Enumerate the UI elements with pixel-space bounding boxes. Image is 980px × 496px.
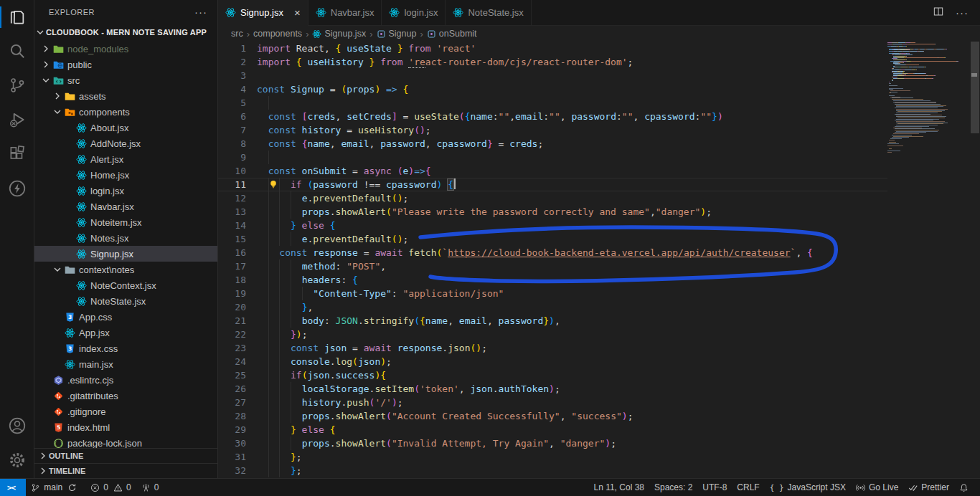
code-line-12[interactable]: 12 e.preventDefault(); xyxy=(218,191,887,205)
tree-item-.gitattributes[interactable]: .gitattributes xyxy=(34,388,217,404)
more-actions-icon[interactable]: ··· xyxy=(956,6,969,19)
status-item-cursor-position[interactable]: Ln 11, Col 38 xyxy=(588,479,649,496)
code-editor[interactable]: 1import React, { useState } from 'react'… xyxy=(218,42,887,478)
code-line-13[interactable]: 13 props.showAlert("Please write the pas… xyxy=(218,205,887,219)
activity-item-accounts[interactable] xyxy=(0,409,34,444)
tree-item-Noteitem.jsx[interactable]: Noteitem.jsx xyxy=(34,214,217,230)
tree-item-Signup.jsx[interactable]: Signup.jsx xyxy=(34,246,217,262)
code-line-14[interactable]: 14 } else { xyxy=(218,219,887,232)
code-line-16[interactable]: 16 const response = await fetch(`https:/… xyxy=(218,246,887,259)
scrollbar-decoration xyxy=(971,73,977,77)
tree-item-Alert.jsx[interactable]: Alert.jsx xyxy=(34,151,217,167)
code-line-21[interactable]: 21 body: JSON.stringify({name, email, pa… xyxy=(218,314,887,328)
code-line-2[interactable]: 2import { useHistory } from 'react-route… xyxy=(218,55,887,69)
tree-item-.gitignore[interactable]: .gitignore xyxy=(34,404,217,419)
status-item-indentation[interactable]: Spaces: 2 xyxy=(649,479,697,496)
activity-item-settings[interactable] xyxy=(0,444,34,478)
code-line-4[interactable]: 4const Signup = (props) => { xyxy=(218,82,887,96)
tree-item-login.jsx[interactable]: login.jsx xyxy=(34,183,217,199)
code-line-9[interactable]: 9 xyxy=(218,151,887,164)
activity-item-source-control[interactable] xyxy=(0,69,34,103)
tree-item-App.css[interactable]: 3App.css xyxy=(34,309,217,325)
activity-item-extensions[interactable] xyxy=(0,138,34,172)
code-line-29[interactable]: 29 } else { xyxy=(218,423,887,437)
tree-item-.eslintrc.cjs[interactable]: .eslintrc.cjs xyxy=(34,372,217,388)
tree-item-package-lock.json[interactable]: { }package-lock.json xyxy=(34,435,217,448)
tab-Signup.jsx[interactable]: Signup.jsx× xyxy=(218,0,308,25)
breadcrumb-item-Signup.jsx[interactable]: Signup.jsx xyxy=(312,29,366,39)
code-line-8[interactable]: 8 const {name, email, password, cpasswor… xyxy=(218,137,887,151)
tree-item-context-notes[interactable]: context\notes xyxy=(34,262,217,277)
tree-item-About.jsx[interactable]: About.jsx xyxy=(34,120,217,135)
code-line-11[interactable]: 11 if (password !== cpassword) { xyxy=(218,178,887,191)
tree-item-Notes.jsx[interactable]: Notes.jsx xyxy=(34,230,217,246)
activity-item-run-debug[interactable] xyxy=(0,103,34,138)
code-line-32[interactable]: 32 }; xyxy=(218,464,887,477)
code-line-30[interactable]: 30 props.showAlert("Invalid Attempt, Try… xyxy=(218,437,887,450)
status-item-go-live[interactable]: Go Live xyxy=(851,479,903,496)
split-editor-icon[interactable] xyxy=(933,6,944,19)
breadcrumb-item-src[interactable]: src xyxy=(231,29,243,39)
sidebar-section-timeline[interactable]: TIMELINE xyxy=(34,463,217,478)
tree-item-node-modules[interactable]: node_modules xyxy=(34,41,217,57)
tab-Navbar.jsx[interactable]: Navbar.jsx xyxy=(308,0,382,25)
tree-item-components[interactable]: components xyxy=(34,104,217,120)
code-line-1[interactable]: 1import React, { useState } from 'react' xyxy=(218,42,887,55)
code-line-17[interactable]: 17 method: "POST", xyxy=(218,259,887,273)
tab-NoteState.jsx[interactable]: NoteState.jsx xyxy=(446,0,531,25)
status-item-branch[interactable]: main xyxy=(26,479,85,496)
code-line-20[interactable]: 20 }, xyxy=(218,300,887,314)
activity-item-thunder-client[interactable] xyxy=(0,172,34,206)
code-line-3[interactable]: 3 xyxy=(218,69,887,82)
code-line-7[interactable]: 7 const history = useHistory(); xyxy=(218,123,887,137)
code-line-15[interactable]: 15 e.preventDefault(); xyxy=(218,232,887,246)
code-line-25[interactable]: 25 if(json.success){ xyxy=(218,368,887,382)
sidebar-section-outline[interactable]: OUTLINE xyxy=(34,448,217,463)
status-item-remote[interactable]: >< xyxy=(0,479,26,496)
status-item-problems[interactable]: 00 xyxy=(85,479,136,496)
tree-item-NoteState.jsx[interactable]: NoteState.jsx xyxy=(34,293,217,309)
activity-item-explorer[interactable] xyxy=(0,0,34,34)
tree-item-src[interactable]: src xyxy=(34,72,217,88)
code-line-19[interactable]: 19 "Content-Type": "application/json" xyxy=(218,287,887,300)
status-item-ports[interactable]: 0 xyxy=(136,479,164,496)
status-item-prettier[interactable]: Prettier xyxy=(903,479,954,496)
breadcrumb-item-onSubmit[interactable]: onSubmit xyxy=(427,29,477,39)
tab-login.jsx[interactable]: login.jsx xyxy=(382,0,446,25)
tree-item-main.jsx[interactable]: main.jsx xyxy=(34,356,217,372)
breadcrumb-item-components[interactable]: components xyxy=(253,29,302,39)
status-item-notifications[interactable] xyxy=(954,479,977,496)
tree-item-AddNote.jsx[interactable]: AddNote.jsx xyxy=(34,135,217,151)
tree-item-public[interactable]: public xyxy=(34,57,217,72)
lightbulb-icon[interactable] xyxy=(268,179,278,189)
tree-item-App.jsx[interactable]: App.jsx xyxy=(34,325,217,340)
status-item-encoding[interactable]: UTF-8 xyxy=(697,479,732,496)
tree-item-assets[interactable]: assets xyxy=(34,88,217,104)
close-icon[interactable]: × xyxy=(294,7,301,18)
code-line-10[interactable]: 10 const onSubmit = async (e)=>{ xyxy=(218,164,887,178)
tree-item-index.css[interactable]: 3index.css xyxy=(34,340,217,356)
tree-item-index.html[interactable]: 5index.html xyxy=(34,419,217,435)
code-line-24[interactable]: 24 console.log(json); xyxy=(218,355,887,368)
activity-item-search[interactable] xyxy=(0,34,34,69)
code-line-33[interactable]: 33 } xyxy=(218,477,887,478)
code-line-28[interactable]: 28 props.showAlert("Account Created Succ… xyxy=(218,409,887,423)
tree-item-Navbar.jsx[interactable]: Navbar.jsx xyxy=(34,199,217,214)
code-line-27[interactable]: 27 history.push('/'); xyxy=(218,396,887,409)
minimap[interactable] xyxy=(887,42,970,478)
status-item-eol[interactable]: CRLF xyxy=(732,479,764,496)
code-line-22[interactable]: 22 }); xyxy=(218,328,887,341)
tree-item-NoteContext.jsx[interactable]: NoteContext.jsx xyxy=(34,277,217,293)
code-line-23[interactable]: 23 const json = await response.json(); xyxy=(218,341,887,355)
code-line-6[interactable]: 6 const [creds, setCreds] = useState({na… xyxy=(218,110,887,123)
code-line-5[interactable]: 5 xyxy=(218,96,887,110)
more-actions-icon[interactable]: ··· xyxy=(194,6,207,18)
scrollbar-thumb[interactable] xyxy=(971,42,979,133)
project-root-item[interactable]: CLOUDBOOK - MERN NOTE SAVING APP xyxy=(34,24,217,41)
code-line-26[interactable]: 26 localStorage.setItem('token', json.au… xyxy=(218,382,887,396)
code-line-31[interactable]: 31 }; xyxy=(218,450,887,464)
code-line-18[interactable]: 18 headers: { xyxy=(218,273,887,287)
tree-item-Home.jsx[interactable]: Home.jsx xyxy=(34,167,217,183)
breadcrumb-item-Signup[interactable]: Signup xyxy=(377,29,417,39)
status-item-language-mode[interactable]: { }JavaScript JSX xyxy=(765,479,851,496)
